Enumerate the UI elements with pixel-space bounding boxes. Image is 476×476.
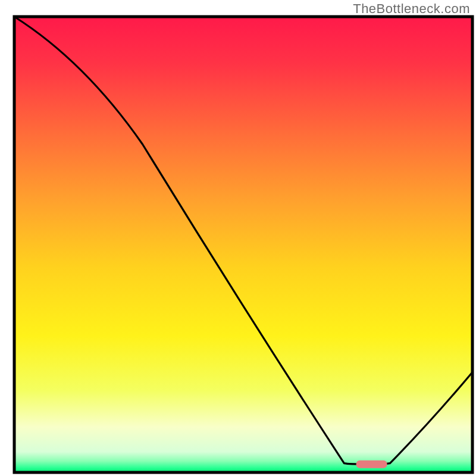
gradient-background [14, 17, 472, 472]
optimal-marker [356, 461, 387, 468]
watermark-text: TheBottleneck.com [353, 1, 470, 17]
plot-area [14, 17, 472, 472]
bottleneck-chart [0, 0, 476, 476]
chart-frame: TheBottleneck.com [0, 0, 476, 476]
